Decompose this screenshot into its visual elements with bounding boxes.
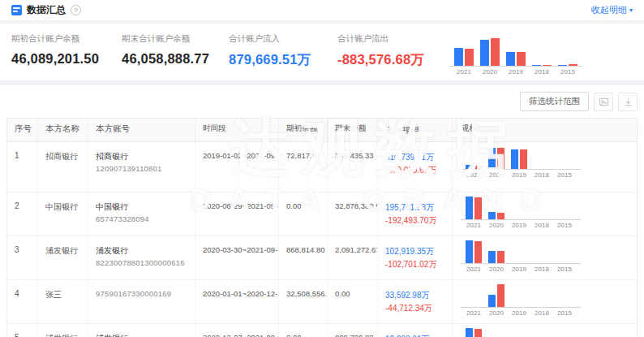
cell-account: 招商银行 120907139110801 [88, 142, 195, 192]
chart-year-label: 2020 [483, 68, 497, 76]
filter-range-button[interactable]: 筛选统计范围 [520, 92, 589, 111]
chart-year-label: 2018 [535, 266, 549, 273]
chart-year-label: 2020 [489, 222, 504, 229]
cell-period: 2019-01-02~2021-09-30 [195, 142, 279, 192]
chart-year-label: 2021 [466, 309, 481, 317]
image-export-button[interactable] [594, 93, 613, 111]
chart-year-group: 2019 [511, 146, 527, 179]
chart-axis [461, 263, 581, 264]
chart-year-group: 2018 [534, 284, 550, 317]
table-row: 2 中国银行 中国银行 657473328094 2020-06-29~2021… [7, 192, 637, 236]
account-bank-name: 中国银行 [96, 201, 187, 213]
chart-bar [474, 197, 482, 219]
chart-year-group: 2015 [556, 240, 573, 273]
chart-bar [511, 149, 518, 169]
help-icon[interactable]: ? [71, 5, 81, 15]
cell-account: 浦发银行 82230078801300000616 [88, 236, 195, 279]
table-toolbar: 筛选统计范围 [6, 90, 638, 118]
stat-label: 期初合计账户余额 [11, 33, 122, 45]
cell-opening-balance: 72,817.64 [279, 142, 328, 192]
chart-year-label: 2020 [489, 171, 504, 179]
collapse-details-button[interactable]: 收起明细 ▾ [591, 4, 633, 16]
cell-period: 2020-12-07~2021-09-29 [195, 324, 279, 337]
cell-account: 浦发银行 82280078801200001013 [88, 324, 195, 337]
cell-no: 2 [7, 192, 38, 235]
chart-axis [461, 169, 581, 170]
chart-year-label: 2019 [512, 222, 526, 229]
chart-year-label: 2020 [489, 266, 504, 273]
cell-scale-chart: 20212020201920182015 [453, 142, 637, 192]
col-header-no: 序号 [7, 119, 38, 141]
stat-value: -883,576.68万 [337, 51, 449, 69]
cell-no: 3 [7, 236, 38, 279]
account-bank-name: 招商银行 [96, 151, 187, 162]
top-bar: 数据汇总 ? 收起明细 ▾ [0, 0, 644, 20]
cell-period: 2020-03-30~2021-09-30 [195, 236, 279, 279]
cell-flow-scale: 510,739.81万 -509,053.63万 [378, 142, 453, 192]
cell-name: 浦发银行 [38, 236, 88, 279]
stat-opening-balance: 期初合计账户余额 46,089,201.50 [11, 33, 122, 67]
chart-year-label: 2019 [512, 266, 526, 273]
chart-year-group: 2019 [511, 197, 527, 229]
outflow-value: -44,712.34万 [385, 304, 432, 313]
download-icon [623, 97, 633, 107]
chart-year-group: 2018 [534, 328, 550, 337]
page-title: 数据汇总 [27, 3, 66, 17]
chart-bar [497, 251, 504, 263]
chart-year-group: 2019 [506, 35, 526, 76]
stat-value: 46,058,888.77 [122, 51, 229, 67]
outflow-value: -509,053.63万 [385, 166, 436, 175]
cell-closing-balance: 394,435.33 [328, 142, 378, 192]
download-button[interactable] [618, 93, 638, 111]
data-summary-icon [11, 5, 22, 15]
chart-year-group: 2020 [488, 146, 504, 179]
chart-bar [466, 197, 473, 219]
chart-year-group: 2015 [556, 146, 573, 179]
chart-year-group: 2021 [466, 146, 482, 179]
chart-year-group: 2021 [466, 284, 482, 317]
stat-value: 879,669.51万 [229, 51, 337, 69]
table-card: 筛选统计范围 序号 本方名称 本方账号 [0, 85, 644, 337]
chart-bar [488, 295, 496, 307]
chart-year-label: 2021 [466, 222, 481, 229]
table-row: 4 张三 97590167330000169 2020-01-01~2020-1… [7, 280, 637, 324]
chart-bar [491, 38, 500, 66]
cell-name: 招商银行 [38, 142, 88, 192]
row-yearly-chart: 20212020201920182015 [461, 328, 584, 337]
col-header-name: 本方名称 [38, 119, 88, 141]
summary-yearly-chart: 20212020201920182015 [449, 35, 586, 76]
chevron-down-icon: ▾ [629, 7, 633, 14]
chart-year-group: 2020 [488, 328, 504, 337]
title-wrap: 数据汇总 ? [11, 3, 81, 17]
chart-year-label: 2015 [557, 222, 572, 229]
chart-axis [449, 66, 582, 67]
chart-year-group: 2015 [556, 197, 573, 229]
col-header-account: 本方账号 [88, 119, 195, 141]
row-yearly-chart: 20212020201920182015 [461, 197, 584, 229]
chart-year-label: 2015 [557, 266, 572, 273]
chart-year-group: 2021 [466, 328, 482, 337]
stat-total-inflow: 合计账户流入 879,669.51万 [229, 33, 337, 69]
row-yearly-chart: 20212020201920182015 [461, 240, 584, 273]
chart-bar [474, 241, 482, 263]
chart-axis [461, 219, 581, 220]
chart-bar [497, 147, 504, 169]
cell-flow-scale: 12,239.61万 -12,150.64万 [378, 324, 453, 337]
cell-opening-balance: 0.00 [279, 192, 328, 235]
chart-year-label: 2018 [535, 309, 549, 317]
cell-opening-balance: 32,508,556.25 [279, 280, 328, 323]
table-row: 3 浦发银行 浦发银行 82230078801300000616 2020-03… [7, 236, 637, 280]
collapse-details-label: 收起明细 [591, 4, 627, 16]
chart-year-group: 2019 [511, 284, 527, 317]
chart-year-group: 2018 [534, 146, 550, 179]
cell-name: 张三 [38, 280, 88, 323]
table-body: 1 招商银行 招商银行 120907139110801 2019-01-02~2… [7, 142, 637, 337]
chart-year-label: 2019 [509, 68, 523, 76]
stat-label: 期末合计账户余额 [122, 33, 229, 45]
col-header-period: 时间段 [195, 119, 279, 141]
col-header-scale: 规模 [453, 119, 637, 141]
chart-year-group: 2020 [488, 197, 504, 229]
chart-year-group: 2015 [558, 35, 577, 76]
chart-bar [488, 251, 496, 263]
chart-bar [506, 52, 515, 66]
